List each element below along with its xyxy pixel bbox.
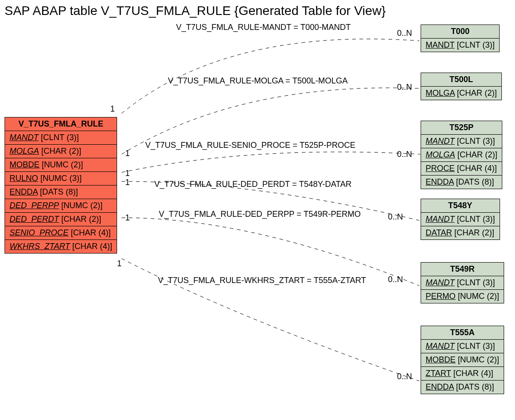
entity-main: V_T7US_FMLA_RULE MANDT [CLNT (3)] MOLGA … xyxy=(5,117,117,254)
field-type: [NUMC (2)] xyxy=(458,292,499,301)
field-row: MOBDE [NUMC (2)] xyxy=(5,158,117,172)
entity-t525p: T525P MANDT [CLNT (3)] MOLGA [CHAR (2)] … xyxy=(421,121,502,189)
field-name: MOLGA xyxy=(426,150,455,159)
field-row: MOBDE [NUMC (2)] xyxy=(421,353,504,367)
field-name: DED_PERPP xyxy=(10,201,59,210)
field-name: MOBDE xyxy=(10,160,39,169)
entity-t548y: T548Y MANDT [CLNT (3)] DATAR [CHAR (2)] xyxy=(421,199,500,240)
field-type: [CHAR (4)] xyxy=(453,369,493,378)
card-right-0: 0..N xyxy=(397,29,412,38)
card-left-0: 1 xyxy=(110,104,115,114)
card-right-5: 0..N xyxy=(388,275,403,284)
field-name: MANDT xyxy=(426,137,455,146)
card-left-4: 1 xyxy=(125,213,130,223)
field-name: RULNO xyxy=(10,174,38,183)
field-row: MANDT [CLNT (3)] xyxy=(421,276,504,290)
field-name: MOLGA xyxy=(426,88,455,98)
rel-label-2: V_T7US_FMLA_RULE-SENIO_PROCE = T525P-PRO… xyxy=(145,141,355,150)
field-row: MANDT [CLNT (3)] xyxy=(421,213,500,226)
field-name: MANDT xyxy=(426,278,455,287)
field-type: [CHAR (4)] xyxy=(72,242,112,251)
card-left-2: 1 xyxy=(125,169,130,178)
card-left-1: 1 xyxy=(125,149,130,158)
field-row: DED_PERDT [CHAR (2)] xyxy=(5,213,117,226)
field-type: [CLNT (3)] xyxy=(457,137,495,146)
field-name: DATAR xyxy=(426,228,452,237)
card-left-3: 1 xyxy=(125,178,130,187)
field-name: WKHRS_ZTART xyxy=(10,242,70,251)
entity-header: T000 xyxy=(421,25,499,39)
field-row: MOLGA [CHAR (2)] xyxy=(421,148,502,162)
card-right-t555a: 0..N xyxy=(397,372,412,381)
field-name: SENIO_PROCE xyxy=(10,228,69,237)
field-name: MOLGA xyxy=(10,147,39,156)
field-row: PERMO [NUMC (2)] xyxy=(421,290,504,303)
diagram-title: SAP ABAP table V_T7US_FMLA_RULE {Generat… xyxy=(5,4,386,18)
field-name: ENDDA xyxy=(426,382,454,391)
field-name: MANDT xyxy=(426,40,455,49)
field-name: MANDT xyxy=(10,133,39,142)
entity-header: T525P xyxy=(421,121,502,135)
field-row: MOLGA [CHAR (2)] xyxy=(421,87,501,100)
rel-label-4: V_T7US_FMLA_RULE-DED_PERPP = T549R-PERMO xyxy=(159,210,361,219)
rel-label-3: V_T7US_FMLA_RULE-DED_PERDT = T548Y-DATAR xyxy=(154,180,352,189)
field-row: MANDT [CLNT (3)] xyxy=(421,340,504,353)
field-type: [NUMC (2)] xyxy=(42,160,83,169)
field-type: [CLNT (3)] xyxy=(41,133,79,142)
field-row: PROCE [CHAR (4)] xyxy=(421,162,502,176)
field-type: [NUMC (3)] xyxy=(40,174,82,183)
field-name: MOBDE xyxy=(426,355,456,364)
field-row: MOLGA [CHAR (2)] xyxy=(5,145,117,158)
entity-header: T500L xyxy=(421,73,501,87)
field-type: [DATS (8)] xyxy=(40,187,78,196)
field-name: MANDT xyxy=(426,342,455,351)
entity-header: T555A xyxy=(421,326,504,340)
field-type: [CHAR (2)] xyxy=(41,147,81,156)
entity-t555a: T555A MANDT [CLNT (3)] MOBDE [NUMC (2)] … xyxy=(421,326,504,394)
field-type: [NUMC (2)] xyxy=(458,355,499,364)
field-row: MANDT [CLNT (3)] xyxy=(5,131,117,145)
entity-t500l: T500L MOLGA [CHAR (2)] xyxy=(421,73,502,100)
field-name: PERMO xyxy=(426,292,456,301)
card-right-4: 0..N xyxy=(388,212,403,222)
field-type: [CHAR (4)] xyxy=(457,164,497,173)
field-type: [CHAR (2)] xyxy=(454,228,494,237)
field-type: [CHAR (4)] xyxy=(71,228,111,237)
field-row: ENDDA [DATS (8)] xyxy=(421,176,502,189)
field-row: RULNO [NUMC (3)] xyxy=(5,172,117,186)
entity-header: T549R xyxy=(421,263,504,276)
rel-label-1: V_T7US_FMLA_RULE-MOLGA = T500L-MOLGA xyxy=(168,76,348,86)
field-name: DED_PERDT xyxy=(10,215,59,224)
field-type: [DATS (8)] xyxy=(456,382,494,391)
field-type: [CHAR (2)] xyxy=(457,88,497,98)
field-type: [CLNT (3)] xyxy=(457,215,495,224)
field-type: [NUMC (2)] xyxy=(61,201,103,210)
field-type: [CHAR (2)] xyxy=(457,150,497,159)
field-row: WKHRS_ZTART [CHAR (4)] xyxy=(5,240,117,253)
field-row: ENDDA [DATS (8)] xyxy=(421,381,504,394)
entity-t549r: T549R MANDT [CLNT (3)] PERMO [NUMC (2)] xyxy=(421,262,504,303)
field-type: [DATS (8)] xyxy=(456,177,494,186)
field-name: ENDDA xyxy=(10,187,38,196)
field-type: [CLNT (3)] xyxy=(457,40,495,49)
field-row: DATAR [CHAR (2)] xyxy=(421,226,500,239)
field-type: [CLNT (3)] xyxy=(457,342,495,351)
field-type: [CLNT (3)] xyxy=(457,278,495,287)
card-right-2: 0..N xyxy=(397,150,412,159)
field-name: MANDT xyxy=(426,215,455,224)
field-name: ZTART xyxy=(426,369,451,378)
entity-main-header: V_T7US_FMLA_RULE xyxy=(5,117,117,131)
entity-t000: T000 MANDT [CLNT (3)] xyxy=(421,24,500,52)
field-row: ZTART [CHAR (4)] xyxy=(421,367,504,381)
field-type: [CHAR (2)] xyxy=(61,215,101,224)
card-left-5: 1 xyxy=(117,259,122,269)
entity-header: T548Y xyxy=(421,199,500,213)
field-row: MANDT [CLNT (3)] xyxy=(421,39,499,52)
rel-label-0: V_T7US_FMLA_RULE-MANDT = T000-MANDT xyxy=(176,23,351,32)
card-right-1: 0..N xyxy=(397,83,412,92)
field-row: MANDT [CLNT (3)] xyxy=(421,135,502,148)
field-name: PROCE xyxy=(426,164,455,173)
field-row: SENIO_PROCE [CHAR (4)] xyxy=(5,226,117,240)
rel-label-5: V_T7US_FMLA_RULE-WKHRS_ZTART = T555A-ZTA… xyxy=(158,276,366,285)
field-name: ENDDA xyxy=(426,177,454,186)
